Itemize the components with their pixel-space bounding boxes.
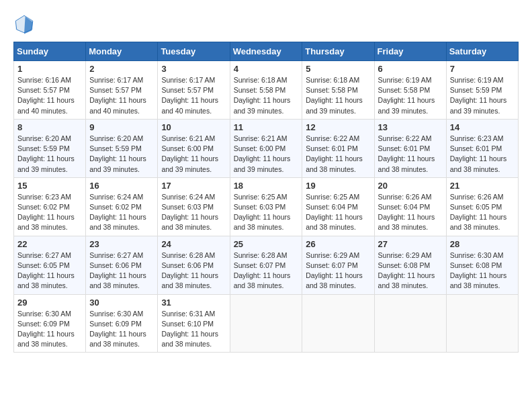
day-info: Sunrise: 6:28 AM Sunset: 6:06 PM Dayligh… [161, 250, 226, 291]
sunset-label: Sunset: 6:07 PM [234, 261, 286, 269]
day-info: Sunrise: 6:29 AM Sunset: 6:07 PM Dayligh… [306, 250, 370, 291]
day-number: 2 [89, 64, 154, 74]
calendar-week-row: 8 Sunrise: 6:20 AM Sunset: 5:59 PM Dayli… [14, 119, 519, 177]
sunrise-label: Sunrise: 6:18 AM [306, 76, 359, 84]
sunset-label: Sunset: 6:00 PM [161, 144, 214, 152]
sunrise-label: Sunrise: 6:29 AM [306, 251, 359, 259]
sunrise-label: Sunrise: 6:24 AM [89, 193, 143, 201]
sunrise-label: Sunrise: 6:20 AM [17, 134, 71, 142]
day-number: 1 [17, 64, 82, 74]
weekday-header: Monday [86, 42, 158, 61]
day-info: Sunrise: 6:26 AM Sunset: 6:04 PM Dayligh… [378, 192, 443, 233]
sunset-label: Sunset: 5:58 PM [378, 86, 431, 94]
daylight-label: Daylight: 11 hoursand 40 minutes. [17, 96, 75, 114]
sunset-label: Sunset: 6:00 PM [234, 144, 286, 152]
sunset-label: Sunset: 6:08 PM [378, 261, 431, 269]
calendar-cell: 22 Sunrise: 6:27 AM Sunset: 6:05 PM Dayl… [14, 236, 86, 294]
day-number: 10 [161, 122, 226, 132]
day-number: 30 [89, 298, 154, 308]
day-info: Sunrise: 6:27 AM Sunset: 6:05 PM Dayligh… [17, 250, 82, 291]
logo [13, 13, 38, 35]
calendar-cell: 24 Sunrise: 6:28 AM Sunset: 6:06 PM Dayl… [158, 236, 230, 294]
sunrise-label: Sunrise: 6:22 AM [306, 134, 359, 142]
calendar-cell: 31 Sunrise: 6:31 AM Sunset: 6:10 PM Dayl… [158, 294, 230, 353]
daylight-label: Daylight: 11 hoursand 38 minutes. [89, 213, 146, 231]
day-number: 22 [17, 239, 82, 249]
day-info: Sunrise: 6:20 AM Sunset: 5:59 PM Dayligh… [89, 134, 154, 175]
calendar-week-row: 22 Sunrise: 6:27 AM Sunset: 6:05 PM Dayl… [14, 236, 519, 294]
calendar-cell: 27 Sunrise: 6:29 AM Sunset: 6:08 PM Dayl… [374, 236, 446, 294]
page-header [13, 13, 519, 35]
day-number: 21 [450, 181, 515, 191]
weekday-header: Thursday [302, 42, 374, 61]
day-info: Sunrise: 6:22 AM Sunset: 6:01 PM Dayligh… [306, 134, 370, 175]
sunset-label: Sunset: 6:09 PM [89, 320, 142, 328]
day-info: Sunrise: 6:21 AM Sunset: 6:00 PM Dayligh… [161, 134, 226, 175]
sunrise-label: Sunrise: 6:29 AM [378, 251, 432, 259]
day-number: 27 [378, 239, 443, 249]
day-info: Sunrise: 6:23 AM Sunset: 6:01 PM Dayligh… [450, 134, 515, 175]
sunset-label: Sunset: 6:05 PM [450, 203, 502, 211]
daylight-label: Daylight: 11 hoursand 39 minutes. [450, 96, 507, 114]
daylight-label: Daylight: 11 hoursand 39 minutes. [161, 154, 218, 173]
daylight-label: Daylight: 11 hoursand 38 minutes. [17, 330, 75, 348]
sunset-label: Sunset: 6:06 PM [89, 261, 142, 269]
calendar-cell: 1 Sunrise: 6:16 AM Sunset: 5:57 PM Dayli… [14, 61, 86, 120]
sunrise-label: Sunrise: 6:25 AM [234, 193, 287, 201]
calendar-cell: 30 Sunrise: 6:30 AM Sunset: 6:09 PM Dayl… [86, 294, 158, 353]
calendar-cell: 12 Sunrise: 6:22 AM Sunset: 6:01 PM Dayl… [302, 119, 374, 177]
sunset-label: Sunset: 6:01 PM [450, 144, 502, 152]
sunset-label: Sunset: 5:58 PM [234, 86, 286, 94]
sunset-label: Sunset: 6:04 PM [306, 203, 358, 211]
calendar-cell: 13 Sunrise: 6:22 AM Sunset: 6:01 PM Dayl… [374, 119, 446, 177]
sunset-label: Sunset: 6:06 PM [161, 261, 214, 269]
sunrise-label: Sunrise: 6:28 AM [161, 251, 215, 259]
sunrise-label: Sunrise: 6:27 AM [89, 251, 143, 259]
day-number: 13 [378, 122, 443, 132]
day-info: Sunrise: 6:25 AM Sunset: 6:03 PM Dayligh… [234, 192, 299, 233]
day-info: Sunrise: 6:23 AM Sunset: 6:02 PM Dayligh… [17, 192, 82, 233]
sunrise-label: Sunrise: 6:19 AM [378, 76, 432, 84]
calendar-cell: 20 Sunrise: 6:26 AM Sunset: 6:04 PM Dayl… [374, 177, 446, 236]
day-info: Sunrise: 6:19 AM Sunset: 5:59 PM Dayligh… [450, 75, 515, 116]
day-number: 6 [378, 64, 443, 74]
calendar-cell: 9 Sunrise: 6:20 AM Sunset: 5:59 PM Dayli… [86, 119, 158, 177]
sunset-label: Sunset: 5:59 PM [17, 144, 70, 152]
daylight-label: Daylight: 11 hoursand 38 minutes. [450, 154, 507, 173]
sunrise-label: Sunrise: 6:30 AM [89, 310, 143, 318]
day-number: 17 [161, 181, 226, 191]
day-number: 15 [17, 181, 82, 191]
calendar-table: SundayMondayTuesdayWednesdayThursdayFrid… [13, 42, 519, 353]
calendar-cell: 29 Sunrise: 6:30 AM Sunset: 6:09 PM Dayl… [14, 294, 86, 353]
weekday-header: Tuesday [158, 42, 230, 61]
daylight-label: Daylight: 11 hoursand 39 minutes. [89, 154, 146, 173]
day-info: Sunrise: 6:22 AM Sunset: 6:01 PM Dayligh… [378, 134, 443, 175]
calendar-cell [446, 294, 518, 353]
sunset-label: Sunset: 6:01 PM [306, 144, 358, 152]
sunrise-label: Sunrise: 6:26 AM [450, 193, 504, 201]
day-info: Sunrise: 6:17 AM Sunset: 5:57 PM Dayligh… [89, 75, 154, 116]
sunrise-label: Sunrise: 6:22 AM [378, 134, 432, 142]
calendar-cell [302, 294, 374, 353]
day-info: Sunrise: 6:19 AM Sunset: 5:58 PM Dayligh… [378, 75, 443, 116]
sunset-label: Sunset: 5:57 PM [17, 86, 70, 94]
day-info: Sunrise: 6:17 AM Sunset: 5:57 PM Dayligh… [161, 75, 226, 116]
day-info: Sunrise: 6:30 AM Sunset: 6:09 PM Dayligh… [89, 309, 154, 350]
day-number: 31 [161, 298, 226, 308]
daylight-label: Daylight: 11 hoursand 38 minutes. [234, 271, 291, 289]
sunrise-label: Sunrise: 6:27 AM [17, 251, 71, 259]
sunrise-label: Sunrise: 6:18 AM [234, 76, 287, 84]
day-number: 8 [17, 122, 82, 132]
sunrise-label: Sunrise: 6:30 AM [450, 251, 504, 259]
day-info: Sunrise: 6:31 AM Sunset: 6:10 PM Dayligh… [161, 309, 226, 350]
daylight-label: Daylight: 11 hoursand 38 minutes. [161, 213, 218, 231]
daylight-label: Daylight: 11 hoursand 39 minutes. [234, 154, 291, 173]
calendar-cell [374, 294, 446, 353]
calendar-cell: 21 Sunrise: 6:26 AM Sunset: 6:05 PM Dayl… [446, 177, 518, 236]
calendar-cell: 26 Sunrise: 6:29 AM Sunset: 6:07 PM Dayl… [302, 236, 374, 294]
calendar-cell: 14 Sunrise: 6:23 AM Sunset: 6:01 PM Dayl… [446, 119, 518, 177]
day-number: 4 [234, 64, 299, 74]
calendar-cell: 4 Sunrise: 6:18 AM Sunset: 5:58 PM Dayli… [230, 61, 302, 120]
day-info: Sunrise: 6:18 AM Sunset: 5:58 PM Dayligh… [234, 75, 299, 116]
weekday-header: Saturday [446, 42, 518, 61]
